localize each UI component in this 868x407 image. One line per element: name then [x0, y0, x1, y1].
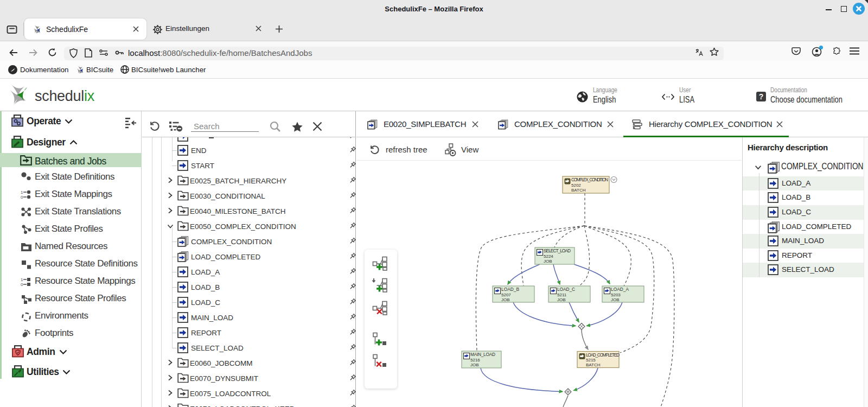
- svg-text:LOAD_A: LOAD_A: [611, 287, 629, 292]
- svg-text:BATCH: BATCH: [586, 363, 601, 367]
- svg-text:5211: 5211: [557, 292, 567, 297]
- svg-text:5202: 5202: [571, 183, 581, 188]
- svg-text:JOB: JOB: [611, 297, 620, 302]
- svg-text:LOAD_C: LOAD_C: [557, 287, 575, 292]
- svg-text:5203: 5203: [611, 292, 621, 297]
- svg-text:JOB: JOB: [470, 363, 479, 367]
- svg-text:5216: 5216: [470, 358, 480, 363]
- svg-text:BATCH: BATCH: [571, 188, 586, 193]
- svg-text:JOB: JOB: [544, 259, 552, 264]
- svg-text:LOAD_COMPLETED: LOAD_COMPLETED: [586, 352, 620, 358]
- svg-text:LOAD_B: LOAD_B: [501, 287, 519, 292]
- svg-text:COMPLEX_CONDITION: COMPLEX_CONDITION: [571, 177, 608, 182]
- svg-text:JOB: JOB: [557, 297, 566, 302]
- svg-text:5224: 5224: [544, 254, 553, 259]
- svg-text:JOB: JOB: [501, 297, 510, 302]
- svg-text:MAIN_LOAD: MAIN_LOAD: [470, 352, 495, 357]
- svg-text:SELECT_LOAD: SELECT_LOAD: [544, 248, 571, 253]
- svg-text:5215: 5215: [586, 358, 596, 363]
- svg-text:5207: 5207: [501, 292, 511, 297]
